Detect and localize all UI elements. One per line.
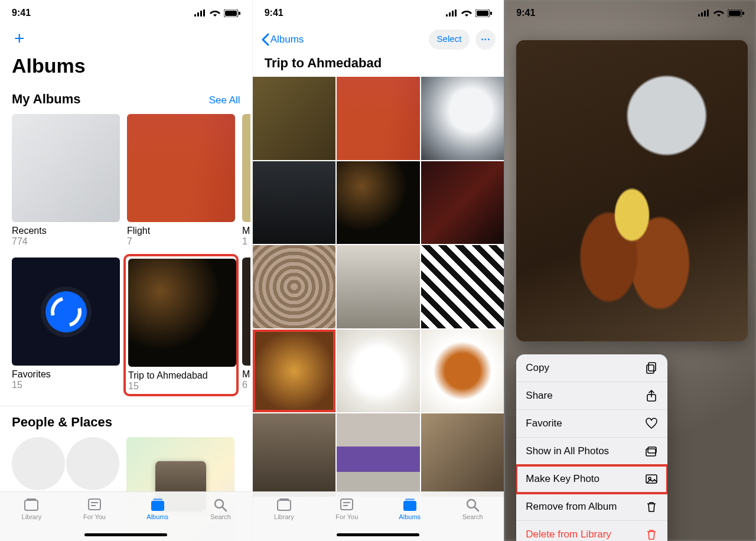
album-peek[interactable]: M 1	[242, 114, 250, 247]
photo-preview[interactable]	[516, 40, 748, 341]
menu-label: Delete from Library	[526, 529, 611, 540]
tab-albums[interactable]: Albums	[379, 497, 441, 520]
stack-icon	[645, 445, 658, 458]
tab-label: Library	[274, 513, 294, 520]
home-indicator[interactable]	[337, 533, 419, 536]
photo-thumbnail[interactable]	[421, 413, 504, 497]
photo-thumbnail[interactable]	[421, 161, 504, 245]
album-peek[interactable]: M 6	[242, 258, 250, 390]
screen-albums-list: 9:41 + Albums My Albums See All Recents …	[0, 0, 252, 541]
menu-favorite[interactable]: Favorite	[516, 410, 667, 438]
svg-rect-8	[27, 498, 36, 500]
tab-label: Albums	[399, 513, 421, 520]
svg-line-31	[475, 507, 478, 511]
photo-thumbnail[interactable]	[337, 161, 420, 245]
album-recents[interactable]: Recents 774	[12, 114, 120, 247]
svg-rect-23	[278, 500, 291, 510]
menu-label: Remove from Album	[526, 501, 617, 513]
album-favorites[interactable]: Favorites 15	[12, 258, 120, 390]
tab-bar: Library For You Albums Search	[0, 491, 252, 541]
svg-rect-32	[698, 14, 700, 17]
wifi-icon	[461, 9, 472, 17]
copy-icon	[645, 361, 658, 374]
album-title: Trip to Ahmedabad	[253, 53, 504, 77]
svg-rect-18	[452, 11, 454, 17]
for-you-icon	[86, 497, 103, 512]
photo-thumbnail-selected[interactable]	[253, 330, 336, 413]
menu-delete-from-library[interactable]: Delete from Library	[516, 521, 667, 541]
album-count: 774	[12, 236, 120, 247]
menu-remove-from-album[interactable]: Remove from Album	[516, 493, 667, 521]
svg-rect-0	[194, 14, 196, 17]
status-icons	[446, 9, 492, 17]
menu-share[interactable]: Share	[516, 382, 667, 410]
home-indicator[interactable]	[84, 533, 167, 536]
chevron-left-icon	[261, 33, 269, 46]
add-album-button[interactable]: +	[12, 26, 240, 51]
tab-label: Search	[462, 513, 483, 520]
tab-bar: Library For You Albums Search	[253, 491, 504, 541]
menu-label: Show in All Photos	[526, 445, 609, 457]
see-all-button[interactable]: See All	[209, 94, 240, 106]
photo-thumbnail[interactable]	[337, 413, 420, 497]
album-trip-ahmedabad[interactable]: Trip to Ahmedabad 15	[127, 258, 235, 393]
tab-search[interactable]: Search	[189, 497, 252, 520]
tab-for-you[interactable]: For You	[315, 497, 378, 520]
photo-thumbnail[interactable]	[253, 161, 336, 245]
album-count: 15	[12, 380, 120, 390]
menu-show-all-photos[interactable]: Show in All Photos	[516, 438, 667, 465]
svg-rect-43	[648, 447, 656, 453]
photo-thumbnail[interactable]	[253, 245, 336, 328]
tab-for-you[interactable]: For You	[63, 497, 126, 520]
status-icons	[194, 9, 240, 17]
svg-rect-29	[405, 498, 415, 500]
svg-rect-38	[742, 12, 744, 15]
tab-albums[interactable]: Albums	[126, 497, 189, 520]
menu-make-key-photo[interactable]: Make Key Photo	[516, 465, 667, 493]
photo-thumbnail[interactable]	[253, 413, 336, 497]
tab-label: Albums	[146, 513, 168, 520]
photo-thumbnail[interactable]	[253, 77, 336, 160]
page-title: Albums	[12, 54, 240, 77]
photo-thumbnail[interactable]	[421, 245, 504, 328]
album-label: M	[242, 369, 250, 380]
tab-label: For You	[83, 513, 106, 520]
tab-library[interactable]: Library	[253, 497, 315, 520]
menu-copy[interactable]: Copy	[516, 354, 667, 382]
signal-icon	[446, 9, 458, 17]
screen-album-detail: 9:41 Albums Select ··· Trip to Ahmedabad	[252, 0, 504, 541]
tab-search[interactable]: Search	[441, 497, 504, 520]
tab-label: Search	[210, 513, 231, 520]
photo-thumbnail[interactable]	[337, 330, 420, 413]
photo-grid	[253, 77, 504, 497]
svg-rect-24	[279, 498, 289, 500]
back-button[interactable]: Albums	[261, 33, 304, 46]
for-you-icon	[338, 497, 355, 512]
photo-thumbnail[interactable]	[337, 77, 420, 160]
album-count: 1	[242, 236, 250, 247]
share-icon	[645, 389, 658, 402]
menu-label: Copy	[526, 362, 549, 374]
svg-rect-6	[239, 12, 240, 15]
svg-rect-7	[25, 500, 38, 510]
search-icon	[464, 497, 481, 512]
album-label: Recents	[12, 226, 120, 236]
select-button[interactable]: Select	[429, 30, 470, 50]
album-count: 15	[128, 381, 234, 392]
status-bar: 9:41	[253, 0, 504, 26]
albums-icon	[402, 497, 418, 512]
more-button[interactable]: ···	[475, 30, 496, 50]
trash-icon	[645, 528, 658, 541]
svg-rect-28	[403, 501, 416, 511]
album-flight[interactable]: Flight 7	[127, 114, 235, 247]
trash-icon	[645, 500, 658, 513]
battery-icon	[728, 9, 744, 17]
photo-thumbnail[interactable]	[421, 77, 504, 160]
photo-thumbnail[interactable]	[337, 245, 420, 328]
status-time: 9:41	[12, 8, 31, 18]
photo-thumbnail[interactable]	[421, 330, 504, 413]
library-icon	[23, 497, 40, 512]
back-label: Albums	[271, 34, 304, 45]
album-label: M	[242, 226, 250, 236]
tab-library[interactable]: Library	[0, 497, 63, 520]
